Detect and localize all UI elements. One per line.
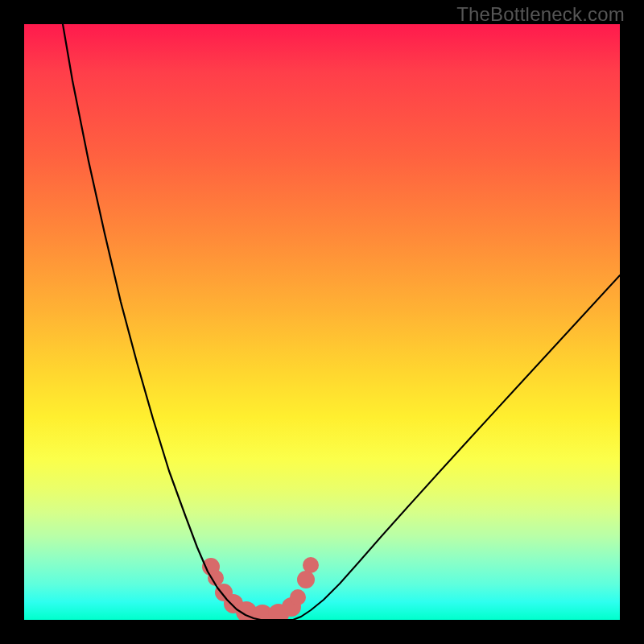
chart-frame: TheBottleneck.com [0, 0, 644, 644]
curve-right-branch [293, 275, 620, 620]
marker-dot-10 [303, 557, 319, 573]
marker-group [202, 557, 319, 620]
marker-dot-8 [290, 589, 306, 605]
curve-left-branch [63, 24, 261, 620]
watermark-text: TheBottleneck.com [456, 3, 625, 26]
chart-plot-area [24, 24, 620, 620]
chart-svg [24, 24, 620, 620]
marker-dot-9 [297, 571, 315, 588]
